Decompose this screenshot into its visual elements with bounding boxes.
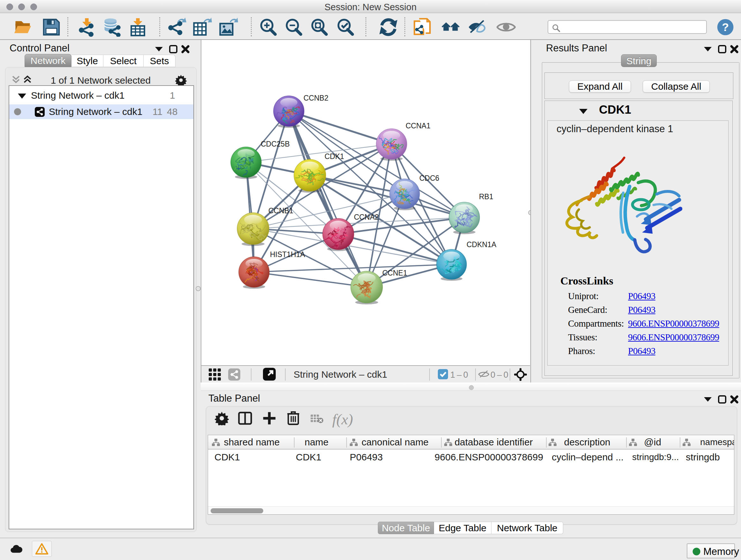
svg-text:CCNE1: CCNE1 — [382, 269, 407, 277]
svg-text:CCNB1: CCNB1 — [268, 206, 293, 215]
svg-text:CCNA1: CCNA1 — [406, 122, 430, 130]
svg-text:CCNB2: CCNB2 — [304, 94, 328, 102]
svg-text:HIST1H1A: HIST1H1A — [270, 250, 306, 259]
svg-text:CDKN1A: CDKN1A — [467, 240, 496, 249]
svg-text:CCNA2: CCNA2 — [354, 213, 379, 221]
svg-text:CDC25B: CDC25B — [261, 140, 290, 148]
svg-text:?: ? — [722, 21, 729, 34]
svg-text:CDK1: CDK1 — [325, 152, 344, 161]
svg-text:RB1: RB1 — [479, 192, 493, 201]
svg-text:CDC6: CDC6 — [419, 174, 440, 182]
